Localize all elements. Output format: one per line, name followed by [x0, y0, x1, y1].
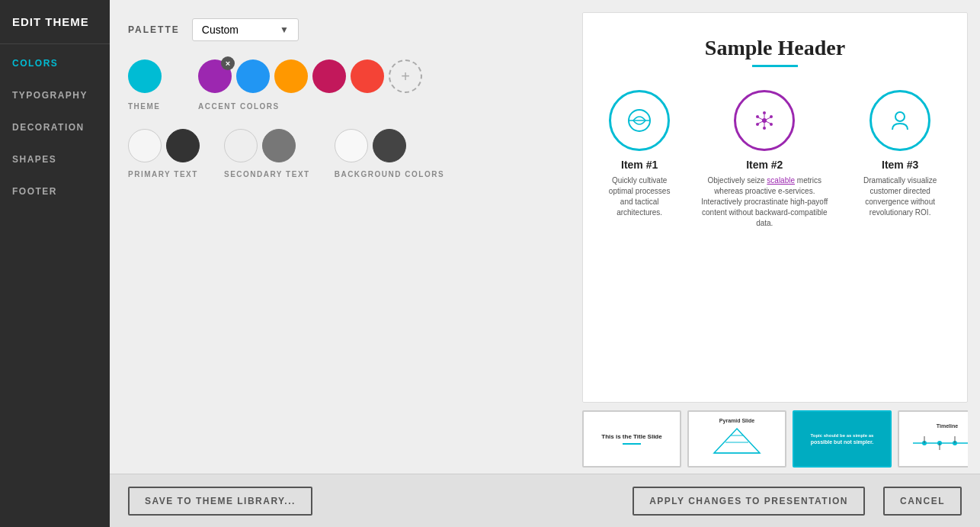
accent-color-pink[interactable]: [312, 59, 346, 93]
secondary-text-label: SECONDARY TEXT: [224, 170, 310, 178]
bg-color-dark[interactable]: [373, 129, 406, 162]
primary-text-color-dark[interactable]: [166, 129, 200, 162]
accent-color-label: ACCENT COLORS: [198, 102, 280, 111]
secondary-text-group: SECONDARY TEXT: [224, 129, 310, 178]
thumb-1-underline: [623, 443, 641, 445]
item-3-title: Item #3: [882, 159, 918, 171]
theme-color-teal[interactable]: [128, 59, 162, 93]
slide-thumb-1[interactable]: This is the Title Slide: [582, 410, 681, 468]
thumb-4-title: Timeline: [937, 423, 958, 429]
theme-color-label: THEME: [128, 102, 161, 111]
secondary-text-color-medium[interactable]: [262, 129, 296, 162]
thumb-2-pyramid: [706, 426, 767, 460]
sidebar-item-shapes[interactable]: SHAPES: [0, 143, 110, 175]
primary-text-group: PRIMARY TEXT: [128, 129, 200, 178]
chevron-down-icon: ▼: [280, 24, 289, 35]
cancel-button[interactable]: CANCEL: [883, 487, 962, 516]
accent-color-circles: × +: [198, 59, 422, 93]
accent-color-red[interactable]: [351, 59, 384, 93]
thumb-4-timeline: [909, 432, 968, 455]
secondary-text-pair: [224, 129, 310, 162]
item-3-text: Dramatically visualize customer directed…: [856, 175, 944, 218]
item-2-text: Objectively seize scalable metrics where…: [696, 175, 833, 229]
text-colors-section: PRIMARY TEXT SECONDARY TEXT: [128, 129, 564, 178]
thumb-2-title: Pyramid Slide: [719, 418, 754, 423]
preview-item-2: Item #2 Objectively seize scalable metri…: [696, 90, 833, 229]
sidebar-item-colors[interactable]: COLORS: [0, 47, 110, 79]
item-2-icon: [734, 90, 795, 151]
editor-and-preview: PALETTE Custom ▼ THEME: [110, 0, 980, 474]
footer-right-buttons: APPLY CHANGES TO PRESENTATION CANCEL: [633, 487, 962, 516]
palette-dropdown[interactable]: Custom ▼: [192, 18, 299, 41]
palette-selected-value: Custom: [202, 24, 239, 36]
primary-text-color-light[interactable]: [128, 129, 162, 162]
accent-color-purple[interactable]: ×: [198, 59, 232, 93]
item-2-link: scalable: [767, 176, 795, 185]
add-accent-color-button[interactable]: +: [389, 59, 422, 93]
accent-color-orange[interactable]: [274, 59, 308, 93]
preview-item-3: Item #3 Dramatically visualize customer …: [856, 90, 944, 229]
item-1-title: Item #1: [621, 159, 658, 171]
palette-row: PALETTE Custom ▼: [128, 18, 564, 41]
item-1-icon: [609, 90, 670, 151]
item-3-icon: [870, 90, 930, 151]
primary-text-pair: [128, 129, 200, 162]
sidebar-item-decoration[interactable]: DECORATION: [0, 111, 110, 143]
secondary-text-color-light[interactable]: [224, 129, 258, 162]
theme-color-circles: [128, 59, 162, 93]
slide-content: Sample Header: [583, 13, 967, 402]
item-1-text: Quickly cultivate optimal processes and …: [606, 175, 673, 218]
slide-preview-main: Sample Header: [582, 12, 968, 403]
slide-header: Sample Header: [705, 36, 845, 60]
left-panel: PALETTE Custom ▼ THEME: [110, 0, 582, 474]
background-color-pair: [335, 129, 444, 162]
remove-color-badge[interactable]: ×: [221, 56, 235, 70]
theme-color-group: THEME: [128, 59, 162, 111]
sidebar-title: EDIT THEME: [0, 0, 110, 44]
accent-color-group: × + ACCENT COLORS: [198, 59, 422, 111]
slide-thumbnails: This is the Title Slide Pyramid Slide: [582, 403, 968, 474]
item-2-title: Item #2: [746, 159, 783, 171]
apply-changes-button[interactable]: APPLY CHANGES TO PRESENTATION: [633, 487, 865, 516]
preview-item-1: Item #1 Quickly cultivate optimal proces…: [606, 90, 673, 229]
right-panel: Sample Header: [582, 0, 980, 474]
slide-thumb-3[interactable]: Topic should be as simple as possible bu…: [793, 410, 892, 468]
svg-point-15: [895, 112, 905, 121]
bg-color-light[interactable]: [335, 129, 368, 162]
svg-marker-16: [714, 429, 760, 453]
thumb-1-title: This is the Title Slide: [601, 433, 661, 440]
background-color-group: BACKGROUND COLORS: [335, 129, 444, 178]
footer-bar: SAVE TO THEME LIBRARY... APPLY CHANGES T…: [110, 474, 980, 527]
svg-point-3: [763, 111, 766, 114]
slide-thumb-4[interactable]: Timeline: [898, 410, 968, 468]
sidebar-item-typography[interactable]: TYPOGRAPHY: [0, 79, 110, 111]
sidebar: EDIT THEME COLORS TYPOGRAPHY DECORATION …: [0, 0, 110, 527]
sidebar-item-footer[interactable]: FOOTER: [0, 175, 110, 207]
background-color-label: BACKGROUND COLORS: [335, 170, 444, 178]
sidebar-nav: COLORS TYPOGRAPHY DECORATION SHAPES FOOT…: [0, 44, 110, 207]
header-underline: [752, 65, 798, 67]
content-area: PALETTE Custom ▼ THEME: [110, 0, 980, 527]
thumb-3-text: possible but not simpler.: [811, 439, 873, 445]
slide-thumb-2[interactable]: Pyramid Slide: [687, 410, 786, 468]
palette-label: PALETTE: [128, 24, 180, 35]
save-to-library-button[interactable]: SAVE TO THEME LIBRARY...: [128, 487, 312, 516]
primary-text-label: PRIMARY TEXT: [128, 170, 200, 178]
items-row: Item #1 Quickly cultivate optimal proces…: [606, 90, 944, 229]
accent-color-blue[interactable]: [236, 59, 270, 93]
thumb-3-eyebrow: Topic should be as simple as: [811, 433, 874, 438]
